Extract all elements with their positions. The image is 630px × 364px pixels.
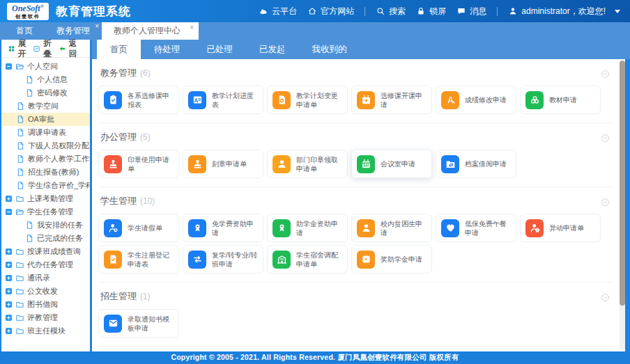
tree-item-11[interactable]: 学生任务管理 [1,205,90,219]
tree-item-3[interactable]: 教学空间 [1,100,90,113]
section-collapse-button[interactable] [601,292,610,301]
main-tab-label: 已发起 [259,44,286,56]
app-card-2-4[interactable]: 低保免费午餐申请 [436,214,516,242]
app-card-1-3[interactable]: 会议室申请 [351,150,432,178]
app-card-0-2[interactable]: 教学计划变更申请单 [267,86,348,114]
app-card-0-0[interactable]: 各系选修课申报表 [98,86,179,114]
toggle-plus-icon [5,327,13,335]
tree-item-16[interactable]: 通讯录 [1,271,90,285]
tree-item-4[interactable]: OA审批 [1,113,90,126]
card-icon-badge [357,251,375,269]
main-tab-1[interactable]: 待处理 [141,40,194,59]
tree-item-5[interactable]: 调课申请表 [1,126,90,139]
window-tab-2[interactable]: 教师个人管理中心 × [102,22,199,40]
app-card-0-4[interactable]: 成绩修改申请 [436,86,516,114]
tree-item-label: 已完成的任务 [37,233,83,244]
tree-item-9[interactable]: 学生综合评价_学科评价 [1,179,90,192]
app-card-2-8[interactable]: 学生宿舍调配申请单 [267,245,348,274]
app-card-2-2[interactable]: 助学金资助申请 [267,214,348,242]
close-icon[interactable]: × [190,24,194,31]
app-card-3-0[interactable]: 录取通知书模板申请 [98,309,179,338]
tree-item-19[interactable]: 评教管理 [1,311,90,324]
topbar-search[interactable]: 搜索 [376,6,406,17]
tree-item-12[interactable]: 我安排的任务 [1,219,90,232]
main-tab-0[interactable]: 首页 [97,40,141,59]
card-icon-badge [272,91,291,109]
tree-item-14[interactable]: 按课班成绩查询 [1,245,90,258]
topbar-messages[interactable]: 消息 [456,6,486,17]
app-card-2-6[interactable]: 学生注册登记申请表 [98,245,179,274]
books-icon [529,94,541,106]
cloud-icon [259,6,268,16]
app-card-2-1[interactable]: 免学费资助申请 [183,214,263,242]
card-icon-badge [272,219,291,237]
topbar-official-site[interactable]: 官方网站 [307,6,354,17]
tree-item-label: 密码修改 [37,88,68,98]
card-label: 各系选修课申报表 [128,91,174,109]
main-tab-label: 首页 [110,44,128,56]
logo-brand: OneSoft® [12,4,44,13]
folder-open-icon [15,62,24,71]
toggle-minus-icon [5,63,13,70]
sidebar-expand-button[interactable]: 展开 [8,38,33,59]
card-icon-badge [357,155,375,173]
file-icon [25,234,34,243]
window-tab-1[interactable]: 教务管理 × [45,22,102,40]
tree-item-17[interactable]: 公文收发 [1,285,90,298]
tree-item-7[interactable]: 教师个人教学工作量登记表 [1,152,90,166]
app-card-1-0[interactable]: 印章使用申请单 [98,150,179,178]
app-card-0-5[interactable]: 教材申请 [520,86,601,114]
tree-item-6[interactable]: 下级人员权限分配 [1,139,90,152]
section-collapse-button[interactable] [601,133,610,142]
card-icon-badge [525,91,544,109]
card-icon-badge [525,219,544,237]
close-icon[interactable]: × [95,23,99,30]
tree-item-15[interactable]: 代办任务管理 [1,258,90,271]
card-grid: 学生请假单 免学费资助申请 助学金资助申请 校内贫困生申请 [98,214,614,274]
tree-item-2[interactable]: 密码修改 [1,86,90,100]
tree-item-label: 个人空间 [27,61,58,72]
tree-item-0[interactable]: 个人空间 [1,60,90,73]
scrollbar[interactable] [620,61,625,350]
tree-item-1[interactable]: 个人信息 [1,73,90,86]
main-tab-3[interactable]: 已发起 [246,40,299,59]
app-card-1-4[interactable]: 档案借阅申请 [436,150,516,178]
app-card-2-7[interactable]: 复学/转专业/转班申请 [183,245,263,274]
topbar-lock-screen[interactable]: 锁屏 [416,6,446,17]
folder-icon [15,260,24,269]
main-tab-2[interactable]: 已处理 [194,40,247,59]
window-tab-bar: 首页 教务管理 × 教师个人管理中心 × [0,22,630,40]
sidebar-collapse-button[interactable]: 折叠 [33,38,58,59]
tree-item-label: 按课班成绩查询 [27,246,81,257]
card-icon-badge [441,155,459,173]
app-card-2-5[interactable]: 异动申请单 [520,214,601,242]
app-card-1-2[interactable]: 部门印章领取申请单 [267,150,348,178]
card-icon-badge [188,219,206,237]
card-label: 刻章申请单 [212,159,247,168]
app-card-2-0[interactable]: 学生请假单 [98,214,179,242]
app-card-2-9[interactable]: 奖助学金申请 [351,245,432,274]
topbar-cloud-platform[interactable]: 云平台 [259,6,297,17]
card-label: 成绩修改申请 [465,95,507,104]
tree-item-13[interactable]: 已完成的任务 [1,232,90,245]
tree-item-8[interactable]: 招生报备(教师) [1,166,90,179]
window-tab-0[interactable]: 首页 [4,22,45,40]
app-card-1-1[interactable]: 刻章申请单 [183,150,263,178]
file-icon [16,115,25,124]
folder-icon [15,300,24,309]
tree-item-10[interactable]: 上课考勤管理 [1,192,90,205]
medal-icon [276,222,288,234]
user-menu[interactable]: administrator，欢迎您! [508,6,620,17]
main-tab-4[interactable]: 我收到的 [299,40,360,59]
app-card-2-3[interactable]: 校内贫困生申请 [351,214,432,242]
section-collapse-button[interactable] [601,69,610,78]
app-card-0-3[interactable]: 选修课开课申请 [351,86,432,114]
file-icon [16,155,25,164]
scrollbar-thumb[interactable] [620,61,625,306]
sidebar-back-button[interactable]: 返回 [59,38,84,59]
tree-item-18[interactable]: 图书借阅 [1,298,90,311]
app-card-0-1[interactable]: 教学计划进度表 [183,86,263,114]
tree-item-20[interactable]: 班主任模块 [1,324,90,338]
section-collapse-button[interactable] [601,197,610,206]
tree-item-label: 公文收发 [27,286,58,296]
